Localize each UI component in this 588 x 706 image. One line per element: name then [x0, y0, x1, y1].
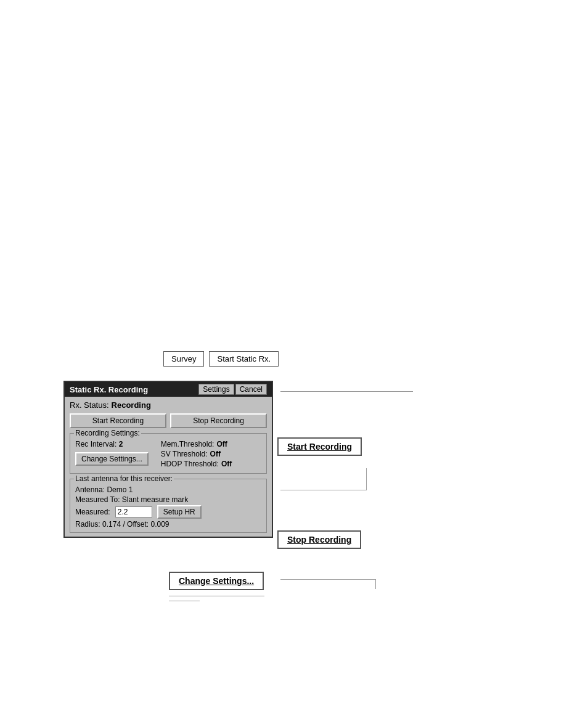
recording-settings-section: Recording Settings: Rec Interval: 2 Chan…: [70, 433, 267, 474]
antenna-section: Last antenna for this receiver: Antenna:…: [70, 479, 267, 533]
measured-row: Measured: Setup HR: [75, 505, 261, 519]
antenna-section-label: Last antenna for this receiver:: [74, 474, 174, 483]
mem-threshold-value: Off: [216, 440, 227, 448]
antenna-value: Demo 1: [107, 485, 133, 494]
measured-input[interactable]: [115, 506, 152, 517]
sv-threshold-row: SV Threshold: Off: [161, 450, 261, 458]
decorative-line-5: [375, 579, 376, 589]
radius-row: Radius: 0.174 / Offset: 0.009: [75, 520, 261, 529]
rec-settings-content: Rec Interval: 2 Change Settings... Mem.T…: [75, 440, 261, 469]
start-recording-button[interactable]: Start Recording: [70, 413, 166, 428]
survey-row: Survey Start Static Rx.: [163, 351, 279, 367]
recording-buttons-row: Start Recording Stop Recording: [70, 413, 267, 428]
measured-to-value: Slant measure mark: [122, 495, 188, 504]
panel-body: Rx. Status: Recording Start Recording St…: [65, 397, 272, 537]
decorative-line-2: [280, 490, 367, 490]
panel-settings-button[interactable]: Settings: [198, 384, 234, 395]
decorative-line-1: [280, 391, 413, 392]
rec-interval-value: 2: [119, 440, 123, 448]
panel-title: Static Rx. Recording: [70, 385, 148, 394]
hdop-threshold-label: HDOP Threshold:: [161, 460, 219, 468]
static-rx-recording-panel: Static Rx. Recording Settings Cancel Rx.…: [63, 381, 273, 538]
stop-recording-button[interactable]: Stop Recording: [170, 413, 267, 428]
rec-interval-row: Rec Interval: 2: [75, 440, 149, 448]
panel-cancel-button[interactable]: Cancel: [235, 384, 267, 395]
change-settings-float-button[interactable]: Change Settings...: [169, 572, 264, 590]
panel-header: Static Rx. Recording Settings Cancel: [65, 382, 272, 397]
mem-threshold-row: Mem.Threshold: Off: [161, 440, 261, 448]
change-settings-button[interactable]: Change Settings...: [75, 452, 149, 466]
decorative-line-4: [280, 579, 376, 580]
antenna-label: Antenna:: [75, 485, 105, 494]
decorative-line-6: [169, 596, 264, 596]
rec-left: Rec Interval: 2 Change Settings...: [75, 440, 149, 466]
radius-value: Radius: 0.174 / Offset: 0.009: [75, 520, 169, 529]
rx-status-label: Rx. Status:: [70, 400, 109, 410]
hdop-threshold-row: HDOP Threshold: Off: [161, 460, 261, 468]
mem-threshold-label: Mem.Threshold:: [161, 440, 214, 448]
measured-to-row: Measured To: Slant measure mark: [75, 495, 261, 504]
recording-settings-label: Recording Settings:: [74, 429, 141, 437]
rec-interval-label: Rec Interval:: [75, 440, 116, 448]
start-recording-float-button[interactable]: Start Recording: [277, 437, 362, 456]
measured-label: Measured:: [75, 508, 110, 516]
rx-status-value: Recording: [112, 400, 151, 410]
sv-threshold-value: Off: [210, 450, 221, 458]
panel-header-buttons: Settings Cancel: [198, 384, 267, 395]
antenna-row: Antenna: Demo 1: [75, 485, 261, 494]
stop-recording-float-button[interactable]: Stop Recording: [277, 530, 361, 549]
setup-hr-button[interactable]: Setup HR: [157, 505, 202, 519]
decorative-line-7: [169, 601, 200, 601]
decorative-line-3: [366, 468, 367, 490]
antenna-content: Antenna: Demo 1 Measured To: Slant measu…: [75, 485, 261, 529]
survey-button[interactable]: Survey: [163, 351, 204, 367]
hdop-threshold-value: Off: [221, 460, 232, 468]
rx-status-row: Rx. Status: Recording: [70, 400, 267, 410]
sv-threshold-label: SV Threshold:: [161, 450, 208, 458]
rec-right: Mem.Threshold: Off SV Threshold: Off HDO…: [161, 440, 261, 469]
start-static-rx-button[interactable]: Start Static Rx.: [209, 351, 279, 367]
measured-to-label: Measured To:: [75, 495, 120, 504]
